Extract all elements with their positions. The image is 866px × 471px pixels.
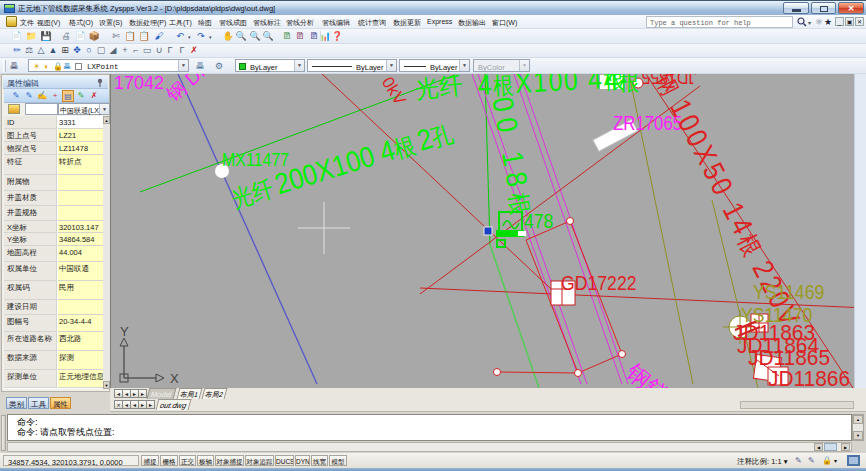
svg-text:Y: Y <box>120 324 129 339</box>
svg-text:X: X <box>170 371 179 384</box>
